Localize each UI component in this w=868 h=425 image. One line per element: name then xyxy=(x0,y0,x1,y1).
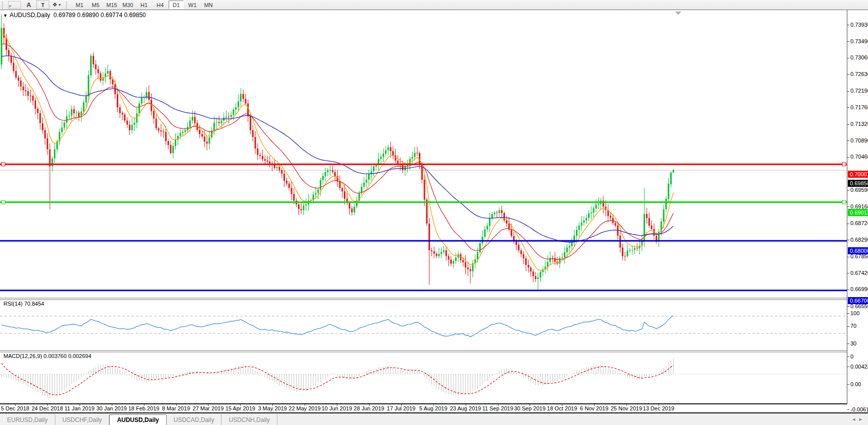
tab-usdchf[interactable]: USDCHF,Daily xyxy=(55,414,110,425)
price-label: 0.73930 xyxy=(850,22,868,28)
macd-histogram xyxy=(2,359,673,398)
rsi-axis-label: 100 xyxy=(850,310,859,316)
terminal-window: F A T ❖▼ M1M5M15M30H1H4D1W1MN ▼AUDUSD,Da… xyxy=(0,0,868,425)
axis-tick xyxy=(847,157,849,158)
rsi-label: RSI(14) 70.8454 xyxy=(4,301,44,307)
date-label: 27 Mar 2019 xyxy=(193,405,224,411)
timeframe-m1[interactable]: M1 xyxy=(72,1,87,9)
axis-tick xyxy=(847,74,849,75)
tab-scroll-arrows: ◂▸ xyxy=(852,416,866,422)
date-label: 25 Nov 2019 xyxy=(611,405,642,411)
axis-tick xyxy=(847,257,849,257)
timeframe-m5[interactable]: M5 xyxy=(88,1,103,9)
rsi-axis-label: 30 xyxy=(850,340,856,346)
date-label: 24 Dec 2018 xyxy=(32,405,63,411)
down-candle-wicks xyxy=(4,23,657,285)
price-label: 0.67420 xyxy=(850,270,868,276)
symbol-tabs: EURUSD,DailyUSDCHF,DailyAUDUSD,DailyUSDC… xyxy=(0,414,277,425)
axis-tick xyxy=(847,140,849,141)
chart-ohlc: 0.69789 0.69890 0.69774 0.69850 xyxy=(53,12,146,19)
date-label: 5 Aug 2019 xyxy=(419,405,448,411)
axis-tick xyxy=(847,326,849,327)
price-label: 0.69590 xyxy=(850,187,868,193)
rsi-axis-label: 70 xyxy=(850,323,856,329)
chart-plot-area[interactable]: ▼AUDUSD,Daily 0.69789 0.69890 0.69774 0.… xyxy=(0,10,868,412)
ma-mid xyxy=(2,44,673,260)
date-label: 18 Oct 2019 xyxy=(547,405,577,411)
price-label: 0.70890 xyxy=(850,137,868,144)
main-toolbar: F A T ❖▼ M1M5M15M30H1H4D1W1MN xyxy=(0,0,868,10)
date-label: 15 Apr 2019 xyxy=(226,405,255,411)
line-handle xyxy=(2,200,5,204)
timeframe-m30[interactable]: M30 xyxy=(120,1,135,9)
level-price-tag-support-green: 0.69011 xyxy=(848,209,868,216)
date-label: 8 Mar 2019 xyxy=(162,405,190,411)
font-a-icon[interactable]: A xyxy=(22,1,35,9)
macd-label: MACD(12,26,9) 0.003760 0.002694 xyxy=(4,353,91,359)
tab-eurusd[interactable]: EURUSD,Daily xyxy=(0,414,55,425)
price-label: 0.73490 xyxy=(850,38,868,44)
rsi-axis-label: 0 xyxy=(850,353,853,360)
symbol-caret-icon[interactable]: ▼ xyxy=(3,13,8,18)
chart-grid-icon[interactable]: F xyxy=(8,1,21,9)
timeframe-group: M1M5M15M30H1H4D1W1MN xyxy=(71,1,216,9)
chart-title: ▼AUDUSD,Daily 0.69789 0.69890 0.69774 0.… xyxy=(3,12,146,19)
line-handle xyxy=(842,200,846,204)
date-label: 30 Jan 2019 xyxy=(96,405,127,411)
level-price-tag-support-blue-1: 0.68000 xyxy=(848,247,868,254)
date-label: 17 Jul 2019 xyxy=(387,405,415,411)
macd-axis-label: -0.00610 xyxy=(850,406,868,412)
price-label: 0.66990 xyxy=(850,286,868,292)
symbol-tab-bar: EURUSD,DailyUSDCHF,DailyAUDUSD,DailyUSDC… xyxy=(0,412,868,425)
text-label-icon[interactable]: T xyxy=(36,1,49,9)
tab-usdcnh[interactable]: USDCNH,Daily xyxy=(222,414,277,425)
axis-tick xyxy=(847,91,849,92)
hline-resistance[interactable] xyxy=(0,163,847,166)
timeframe-m15[interactable]: M15 xyxy=(104,1,119,9)
timeframe-h1[interactable]: H1 xyxy=(136,1,152,9)
ma-slow xyxy=(2,56,673,242)
date-label: 11 Sep 2019 xyxy=(482,405,514,411)
tab-usdcad[interactable]: USDCAD,Daily xyxy=(167,414,222,425)
axis-tick xyxy=(847,224,849,224)
timeframe-d1[interactable]: D1 xyxy=(169,1,184,9)
price-label: 0.71760 xyxy=(850,104,868,110)
axis-tick xyxy=(847,273,849,273)
axis-tick xyxy=(847,409,849,410)
timeframe-w1[interactable]: W1 xyxy=(185,1,200,9)
date-label: 23 Aug 2019 xyxy=(450,405,481,411)
date-label: 28 Jun 2019 xyxy=(354,405,385,411)
hline-support-green[interactable] xyxy=(0,200,847,204)
arrows-icon[interactable]: ❖▼ xyxy=(50,1,63,9)
axis-tick xyxy=(847,367,849,367)
price-label: 0.73060 xyxy=(850,54,868,60)
axis-tick xyxy=(847,25,849,25)
tab-audusd[interactable]: AUDUSD,Daily xyxy=(109,414,166,425)
line-handle xyxy=(2,163,5,166)
timeframe-h4[interactable]: H4 xyxy=(153,1,168,9)
macd-signal-line xyxy=(2,364,673,395)
axis-tick xyxy=(847,357,849,357)
axis-tick xyxy=(847,206,849,207)
price-label: 0.72190 xyxy=(850,88,868,94)
date-label: 11 Jan 2019 xyxy=(64,405,95,411)
chart-shift-marker-icon xyxy=(675,12,681,15)
scroll-right-icon[interactable]: ▸ xyxy=(859,416,866,422)
price-label: 0.70460 xyxy=(850,154,868,160)
axis-tick xyxy=(847,313,849,314)
level-price-tag-support-blue-2: 0.66700 xyxy=(848,297,868,304)
price-chart-svg[interactable] xyxy=(0,10,847,404)
date-axis[interactable]: 5 Dec 201824 Dec 201811 Jan 201930 Jan 2… xyxy=(0,404,847,412)
price-label: 0.72630 xyxy=(850,71,868,77)
axis-tick xyxy=(847,107,849,108)
dropdown-caret-icon[interactable]: ▼ xyxy=(58,3,61,7)
level-price-tag-resistance: 0.70007 xyxy=(848,171,868,178)
price-axis[interactable]: 0.739300.734900.730600.726300.721900.717… xyxy=(847,10,868,404)
timeframe-mn[interactable]: MN xyxy=(201,1,216,9)
scroll-left-icon[interactable]: ◂ xyxy=(852,416,859,422)
axis-tick xyxy=(847,190,849,191)
price-label: 0.71320 xyxy=(850,121,868,127)
line-handle xyxy=(842,163,846,166)
axis-tick xyxy=(847,240,849,240)
toolbar-grip xyxy=(66,2,69,9)
